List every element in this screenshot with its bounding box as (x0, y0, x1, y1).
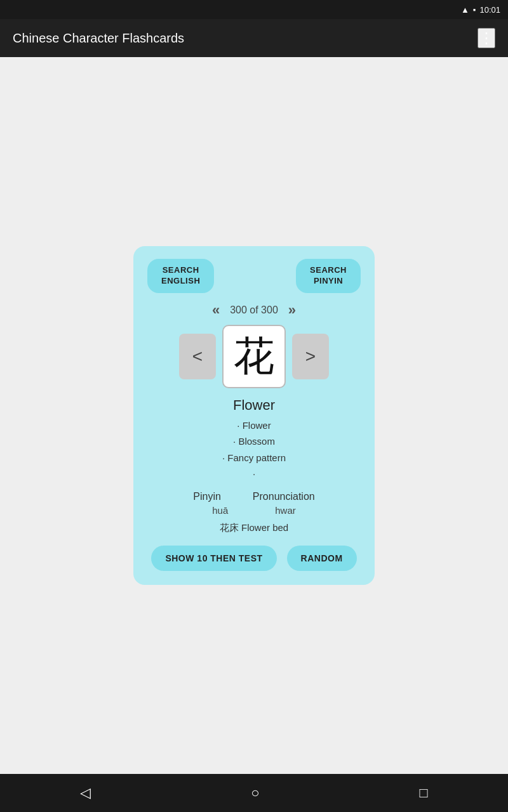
search-pinyin-button[interactable]: SEARCHPINYIN (296, 259, 361, 293)
definitions: · Flower · Blossom · Fancy pattern · (222, 417, 286, 482)
search-english-button[interactable]: SEARCHENGLISH (147, 259, 214, 293)
compound-text: 花床 Flower bed (220, 522, 288, 534)
random-button[interactable]: RANDOM (287, 546, 357, 571)
status-bar: ▲ ▪ 10:01 (0, 0, 508, 19)
app-bar: Chinese Character Flashcards ⋮ (0, 19, 508, 57)
time-display: 10:01 (479, 5, 500, 15)
double-prev-arrow[interactable]: « (212, 302, 220, 318)
show-test-button[interactable]: SHOW 10 THEN TEST (151, 546, 276, 571)
pinyin-labels-row: Pinyin Pronunciation (193, 491, 314, 502)
definition-4: · (222, 466, 286, 482)
double-next-arrow[interactable]: » (288, 302, 296, 318)
recent-apps-button[interactable]: □ (420, 785, 428, 801)
definition-3: · Fancy pattern (222, 450, 286, 466)
search-row: SEARCHENGLISH SEARCHPINYIN (147, 259, 361, 293)
signal-icon: ▲ (461, 5, 469, 15)
battery-icon: ▪ (473, 5, 476, 15)
app-title: Chinese Character Flashcards (13, 31, 184, 46)
bottom-buttons-row: SHOW 10 THEN TEST RANDOM (147, 546, 361, 571)
character-card[interactable]: 花 (222, 325, 286, 388)
pinyin-value: huā (212, 505, 228, 516)
back-button[interactable]: ◁ (80, 785, 91, 801)
card-counter: 300 of 300 (230, 304, 278, 316)
main-content: SEARCHENGLISH SEARCHPINYIN « 300 of 300 … (0, 57, 508, 774)
meaning-title: Flower (233, 397, 275, 414)
pronunciation-label: Pronunciation (253, 491, 315, 502)
more-options-button[interactable]: ⋮ (478, 28, 495, 48)
pronunciation-value: hwar (275, 505, 296, 516)
card-row: < 花 > (179, 325, 329, 388)
prev-button[interactable]: < (179, 334, 216, 379)
flashcard-container: SEARCHENGLISH SEARCHPINYIN « 300 of 300 … (133, 246, 375, 585)
nav-counter-row: « 300 of 300 » (212, 302, 296, 318)
next-button[interactable]: > (292, 334, 329, 379)
definition-1: · Flower (222, 417, 286, 434)
pinyin-values-row: huā hwar (212, 505, 296, 516)
pinyin-label: Pinyin (193, 491, 221, 502)
home-button[interactable]: ○ (251, 785, 259, 801)
definition-2: · Blossom (222, 433, 286, 450)
bottom-nav-bar: ◁ ○ □ (0, 774, 508, 812)
